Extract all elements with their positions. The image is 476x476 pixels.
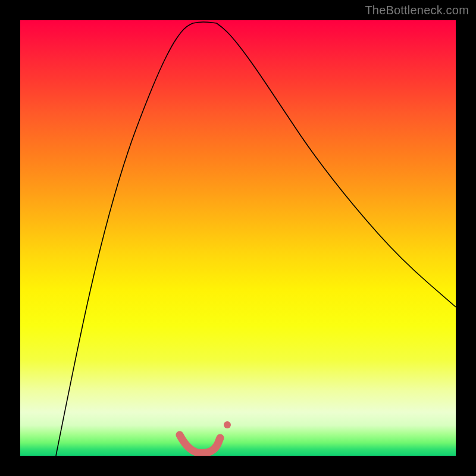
watermark-text: TheBottleneck.com [365, 4, 469, 17]
chart-svg [20, 20, 456, 456]
chart-frame [20, 20, 456, 456]
curve-floor [193, 22, 217, 23]
curve-left-branch [56, 23, 193, 456]
marker-dot [224, 421, 231, 428]
marker-trough-highlight [180, 435, 220, 453]
curve-right-branch [217, 23, 456, 307]
